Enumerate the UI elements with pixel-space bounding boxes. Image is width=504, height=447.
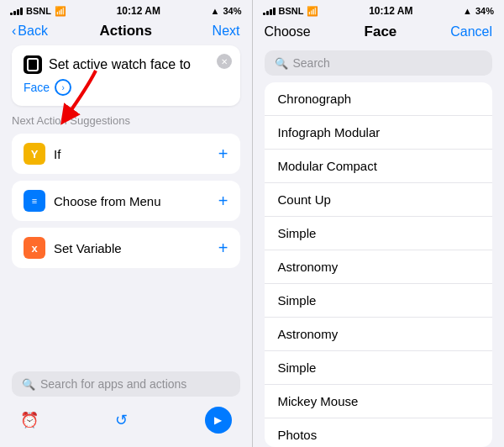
add-set-variable-button[interactable]: + [218,239,228,258]
action-card-title: Set active watch face to [49,57,191,72]
back-button[interactable]: ‹ Back [12,24,48,39]
next-button[interactable]: Next [213,24,240,39]
suggestion-if[interactable]: Y If + [12,134,240,174]
signal-icon2: ▲ [211,6,220,16]
back-label: Back [18,24,48,39]
search-placeholder-bottom: Search for apps and actions [40,377,186,391]
suggestion-set-variable[interactable]: x Set Variable + [12,228,240,268]
status-bar-left: BSNL 📶 10:12 AM ▲ 34% [0,0,252,20]
carrier-name-right: BSNL [279,6,304,16]
action-card: Set active watch face to Face › ✕ [12,45,240,106]
face-arrow-button[interactable]: › [55,79,71,96]
search-icon-right: 🔍 [275,57,288,70]
add-if-button[interactable]: + [218,145,228,164]
search-bar-right[interactable]: 🔍 Search [265,50,493,76]
list-item-simple-1[interactable]: Simple [265,217,493,250]
list-item-count-up[interactable]: Count Up [265,183,493,217]
face-label[interactable]: Face [24,81,50,94]
search-bar-bottom[interactable]: 🔍 Search for apps and actions [12,371,240,397]
signal-icon-r: ▲ [463,6,472,16]
face-title: Face [311,24,451,40]
carrier-name-left: BSNL [26,6,51,16]
choose-menu-icon: ≡ [24,190,45,212]
bottom-toolbar: ⏰ ↺ ▶ [12,403,240,440]
bottom-area: 🔍 Search for apps and actions ⏰ ↺ ▶ [0,365,252,447]
settings-icon[interactable]: ⏰ [20,411,39,429]
wifi-icon-right: 📶 [307,6,318,17]
refresh-icon[interactable]: ↺ [115,411,128,429]
time-right: 10:12 AM [369,5,412,17]
suggestion-if-label: If [54,147,210,161]
suggestion-choose-menu[interactable]: ≡ Choose from Menu + [12,181,240,221]
face-list: Chronograph Infograph Modular Modular Co… [265,82,493,447]
list-item-chronograph[interactable]: Chronograph [265,82,493,116]
right-panel: BSNL 📶 10:12 AM ▲ 34% Choose Face Cancel… [253,0,505,447]
signal-icon [10,7,23,15]
card-close-button[interactable]: ✕ [217,54,232,69]
suggestion-set-variable-label: Set Variable [54,241,210,255]
search-placeholder-right: Search [293,56,330,70]
set-variable-icon: x [24,237,45,259]
search-icon-bottom: 🔍 [22,378,35,391]
cancel-button[interactable]: Cancel [450,24,492,39]
nav-bar-left: ‹ Back Actions Next [0,20,252,45]
nav-bar-right: Choose Face Cancel [253,20,505,47]
page-title-left: Actions [100,23,152,39]
suggestion-choose-menu-label: Choose from Menu [54,194,210,208]
list-item-astronomy-2[interactable]: Astronomy [265,318,493,351]
list-item-photos[interactable]: Photos [265,418,493,447]
suggestions-label: Next Action Suggestions [0,114,252,134]
watch-icon [24,55,42,74]
add-choose-menu-button[interactable]: + [218,192,228,211]
list-item-modular-compact[interactable]: Modular Compact [265,150,493,183]
carrier-left: BSNL 📶 [10,6,66,17]
list-item-astronomy-1[interactable]: Astronomy [265,250,493,284]
time-left: 10:12 AM [117,5,160,17]
battery-right: ▲ 34% [463,6,494,16]
list-item-simple-3[interactable]: Simple [265,351,493,385]
play-button[interactable]: ▶ [205,407,232,434]
choose-button[interactable]: Choose [265,24,311,39]
face-row: Face › [24,79,228,96]
status-bar-right: BSNL 📶 10:12 AM ▲ 34% [253,0,505,20]
list-item-simple-2[interactable]: Simple [265,284,493,318]
back-chevron-icon: ‹ [12,24,16,39]
left-panel: BSNL 📶 10:12 AM ▲ 34% ‹ Back Actions Nex… [0,0,252,447]
battery-left: ▲ 34% [211,6,242,16]
wifi-icon: 📶 [55,6,66,17]
carrier-right: BSNL 📶 [263,6,319,17]
signal-icon-right [263,7,276,15]
action-card-header: Set active watch face to [24,55,228,74]
list-item-infograph[interactable]: Infograph Modular [265,116,493,150]
if-icon: Y [24,143,45,165]
list-item-mickey-mouse[interactable]: Mickey Mouse [265,385,493,418]
